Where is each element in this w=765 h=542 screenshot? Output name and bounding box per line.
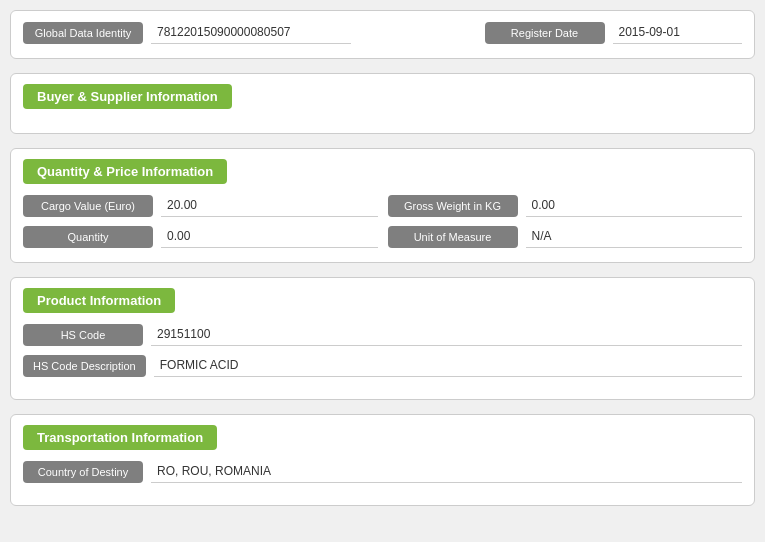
gdi-value[interactable] (151, 21, 351, 44)
gdi-label: Global Data Identity (23, 22, 143, 44)
quantity-label: Quantity (23, 226, 153, 248)
quantity-uom-row: Quantity Unit of Measure (23, 225, 742, 248)
country-row: Country of Destiny (23, 460, 742, 483)
cargo-label: Cargo Value (Euro) (23, 195, 153, 217)
identity-bar: Global Data Identity Register Date (10, 10, 755, 59)
quantity-price-header: Quantity & Price Information (23, 159, 227, 184)
buyer-supplier-card: Buyer & Supplier Information (10, 73, 755, 134)
register-value[interactable] (613, 21, 743, 44)
register-label: Register Date (485, 22, 605, 44)
cargo-gross-row: Cargo Value (Euro) Gross Weight in KG (23, 194, 742, 217)
hs-desc-row: HS Code Description (23, 354, 742, 377)
buyer-supplier-header: Buyer & Supplier Information (23, 84, 232, 109)
product-card: Product Information HS Code HS Code Desc… (10, 277, 755, 400)
transportation-header: Transportation Information (23, 425, 217, 450)
cargo-pair: Cargo Value (Euro) (23, 194, 378, 217)
hs-desc-label: HS Code Description (23, 355, 146, 377)
cargo-value[interactable] (161, 194, 378, 217)
hs-desc-value[interactable] (154, 354, 742, 377)
quantity-value[interactable] (161, 225, 378, 248)
hs-label: HS Code (23, 324, 143, 346)
quantity-price-card: Quantity & Price Information Cargo Value… (10, 148, 755, 263)
product-header: Product Information (23, 288, 175, 313)
quantity-pair: Quantity (23, 225, 378, 248)
gross-value[interactable] (526, 194, 743, 217)
hs-code-row: HS Code (23, 323, 742, 346)
gross-pair: Gross Weight in KG (388, 194, 743, 217)
uom-pair: Unit of Measure (388, 225, 743, 248)
country-label: Country of Destiny (23, 461, 143, 483)
hs-value[interactable] (151, 323, 742, 346)
uom-label: Unit of Measure (388, 226, 518, 248)
country-value[interactable] (151, 460, 742, 483)
uom-value[interactable] (526, 225, 743, 248)
transportation-card: Transportation Information Country of De… (10, 414, 755, 506)
gross-label: Gross Weight in KG (388, 195, 518, 217)
